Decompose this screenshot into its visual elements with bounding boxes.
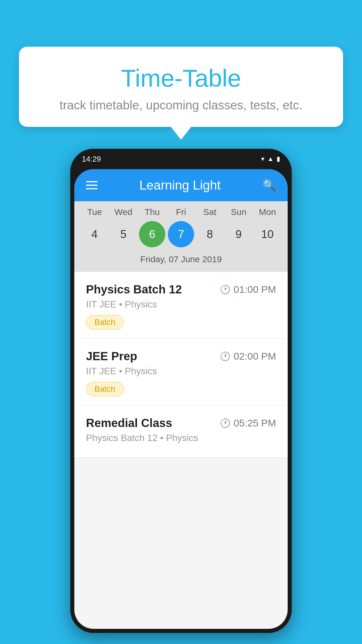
schedule-item-3-header: Remedial Class 🕐 05:25 PM: [86, 416, 276, 430]
phone-notch: 14:29 ▾ ▲ ▮: [70, 149, 292, 169]
app-title: Learning Light: [139, 178, 221, 192]
search-icon[interactable]: 🔍: [262, 179, 276, 192]
date-10[interactable]: 10: [254, 221, 280, 247]
schedule-item-3-sub: Physics Batch 12 • Physics: [86, 433, 276, 443]
wifi-icon: ▾: [261, 155, 264, 163]
dates-row: 4 5 6 7 8 9 10: [74, 221, 288, 247]
day-label-wed: Wed: [110, 207, 136, 217]
day-label-mon: Mon: [254, 207, 280, 217]
schedule-item-1-time-value: 01:00 PM: [233, 284, 276, 295]
batch-badge-2: Batch: [86, 382, 124, 396]
schedule-item-2[interactable]: JEE Prep 🕐 02:00 PM IIT JEE • Physics Ba…: [74, 339, 288, 405]
schedule-item-3-time-value: 05:25 PM: [233, 417, 276, 429]
phone-frame: 14:29 ▾ ▲ ▮ Learning Light 🔍 Tue Wed Thu…: [70, 149, 292, 633]
schedule-item-3-time: 🕐 05:25 PM: [220, 417, 276, 429]
clock-icon-3: 🕐: [220, 418, 231, 428]
day-label-tue: Tue: [81, 207, 108, 217]
day-label-sun: Sun: [226, 207, 252, 217]
day-label-thu: Thu: [139, 207, 165, 217]
date-5[interactable]: 5: [110, 221, 136, 247]
tooltip-title: Time-Table: [42, 64, 320, 92]
signal-icon: ▲: [267, 155, 274, 163]
date-8[interactable]: 8: [197, 221, 223, 247]
schedule-item-1-name: Physics Batch 12: [86, 283, 182, 296]
schedule-item-3[interactable]: Remedial Class 🕐 05:25 PM Physics Batch …: [74, 405, 288, 458]
days-header: Tue Wed Thu Fri Sat Sun Mon: [74, 207, 288, 217]
tooltip-card: Time-Table track timetable, upcoming cla…: [19, 47, 343, 127]
schedule-item-1-sub: IIT JEE • Physics: [86, 299, 276, 310]
schedule-item-2-header: JEE Prep 🕐 02:00 PM: [86, 350, 276, 363]
schedule-list: Physics Batch 12 🕐 01:00 PM IIT JEE • Ph…: [74, 272, 288, 458]
calendar-strip: Tue Wed Thu Fri Sat Sun Mon 4 5 6 7 8 9 …: [74, 201, 288, 272]
phone-screen: Learning Light 🔍 Tue Wed Thu Fri Sat Sun…: [74, 169, 288, 629]
clock-icon-2: 🕐: [220, 351, 231, 361]
schedule-item-2-name: JEE Prep: [86, 350, 137, 363]
day-label-sat: Sat: [197, 207, 223, 217]
date-4[interactable]: 4: [81, 221, 108, 247]
schedule-item-1[interactable]: Physics Batch 12 🕐 01:00 PM IIT JEE • Ph…: [74, 272, 288, 339]
app-bar: Learning Light 🔍: [74, 169, 288, 201]
tooltip-subtitle: track timetable, upcoming classes, tests…: [42, 98, 320, 112]
menu-button[interactable]: [86, 181, 98, 189]
schedule-item-3-name: Remedial Class: [86, 416, 172, 430]
selected-date-label: Friday, 07 June 2019: [74, 251, 288, 269]
schedule-item-1-time: 🕐 01:00 PM: [220, 284, 276, 295]
status-icons: ▾ ▲ ▮: [261, 155, 280, 163]
battery-icon: ▮: [277, 155, 280, 163]
day-label-fri: Fri: [168, 207, 194, 217]
date-7-selected[interactable]: 7: [168, 221, 194, 247]
schedule-item-2-sub: IIT JEE • Physics: [86, 366, 276, 377]
schedule-item-1-header: Physics Batch 12 🕐 01:00 PM: [86, 283, 276, 296]
schedule-item-2-time-value: 02:00 PM: [233, 351, 276, 362]
clock-icon-1: 🕐: [220, 284, 231, 295]
date-6-today[interactable]: 6: [139, 221, 165, 247]
schedule-item-2-time: 🕐 02:00 PM: [220, 351, 276, 362]
batch-badge-1: Batch: [86, 315, 124, 330]
status-time: 14:29: [82, 155, 101, 164]
date-9[interactable]: 9: [226, 221, 252, 247]
